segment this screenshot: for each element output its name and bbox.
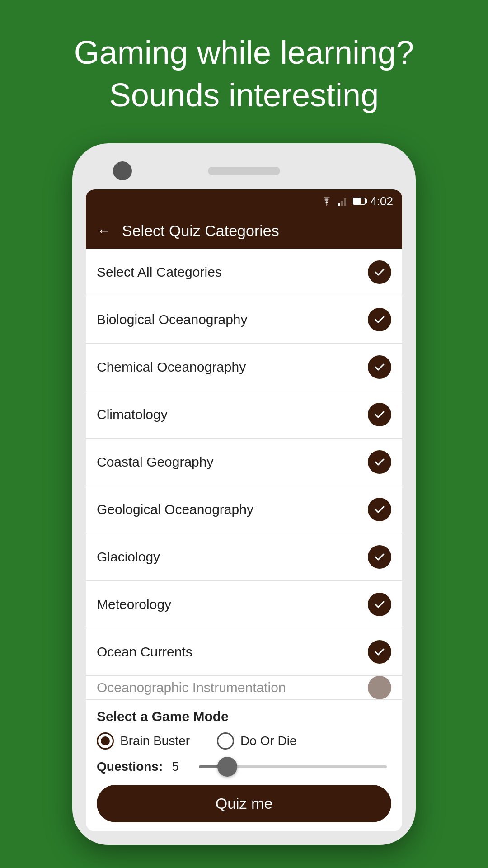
checkmark-ocean-currents bbox=[368, 640, 391, 664]
categories-list: Select All Categories Biological Oceanog… bbox=[86, 249, 402, 699]
category-label-select-all: Select All Categories bbox=[97, 264, 222, 280]
status-icons: 4:02 bbox=[320, 194, 393, 208]
category-item-chemical[interactable]: Chemical Oceanography bbox=[86, 344, 402, 391]
game-mode-radio-group: Brain Buster Do Or Die bbox=[97, 732, 391, 750]
checkmark-biological bbox=[368, 308, 391, 331]
promo-line2: Sounds interesting bbox=[74, 74, 414, 117]
category-label-meteorology: Meteorology bbox=[97, 597, 171, 612]
radio-label-brain-buster: Brain Buster bbox=[120, 734, 190, 748]
svg-rect-2 bbox=[344, 198, 346, 206]
category-item-coastal[interactable]: Coastal Geography bbox=[86, 439, 402, 486]
category-label-glaciology: Glaciology bbox=[97, 549, 160, 565]
back-button[interactable]: ← bbox=[97, 222, 111, 239]
status-time: 4:02 bbox=[370, 194, 393, 208]
category-label-geological: Geological Oceanography bbox=[97, 502, 253, 517]
category-item-geological[interactable]: Geological Oceanography bbox=[86, 486, 402, 533]
phone-notch bbox=[86, 157, 402, 189]
questions-value: 5 bbox=[172, 760, 185, 774]
checkmark-coastal bbox=[368, 450, 391, 474]
questions-slider[interactable] bbox=[199, 765, 387, 768]
phone-frame: 4:02 ← Select Quiz Categories Select All… bbox=[72, 143, 416, 845]
svg-rect-3 bbox=[338, 203, 340, 206]
quiz-me-button[interactable]: Quiz me bbox=[97, 785, 391, 822]
questions-row: Questions: 5 bbox=[97, 760, 391, 774]
front-camera bbox=[113, 161, 132, 180]
speaker-grille bbox=[208, 167, 280, 175]
category-label-climatology: Climatology bbox=[97, 407, 168, 422]
category-label-ocean-currents: Ocean Currents bbox=[97, 644, 192, 660]
battery-icon bbox=[353, 198, 366, 205]
promo-line1: Gaming while learning? bbox=[74, 32, 414, 74]
svg-rect-1 bbox=[341, 201, 343, 206]
questions-label: Questions: bbox=[97, 760, 163, 774]
wifi-icon bbox=[320, 197, 333, 206]
category-label-biological: Biological Oceanography bbox=[97, 312, 248, 327]
category-label-partial: Oceanographic Instrumentation bbox=[97, 680, 286, 695]
radio-outer-brain-buster bbox=[97, 732, 114, 750]
bottom-section: Select a Game Mode Brain Buster Do Or Di… bbox=[86, 699, 402, 831]
checkmark-geological bbox=[368, 498, 391, 521]
category-label-chemical: Chemical Oceanography bbox=[97, 359, 246, 375]
signal-icon bbox=[338, 197, 348, 206]
game-mode-title: Select a Game Mode bbox=[97, 709, 391, 724]
category-item-biological[interactable]: Biological Oceanography bbox=[86, 296, 402, 344]
slider-thumb[interactable] bbox=[217, 757, 237, 777]
checkmark-select-all bbox=[368, 260, 391, 284]
category-label-coastal: Coastal Geography bbox=[97, 454, 214, 470]
category-item-select-all[interactable]: Select All Categories bbox=[86, 249, 402, 296]
radio-inner-brain-buster bbox=[101, 736, 110, 745]
checkmark-meteorology bbox=[368, 593, 391, 616]
app-bar-title: Select Quiz Categories bbox=[122, 222, 279, 240]
category-item-meteorology[interactable]: Meteorology bbox=[86, 581, 402, 628]
radio-label-do-or-die: Do Or Die bbox=[240, 734, 296, 748]
radio-do-or-die[interactable]: Do Or Die bbox=[217, 732, 296, 750]
checkmark-partial bbox=[368, 676, 391, 699]
checkmark-chemical bbox=[368, 355, 391, 379]
radio-outer-do-or-die bbox=[217, 732, 234, 750]
category-item-ocean-currents[interactable]: Ocean Currents bbox=[86, 628, 402, 676]
checkmark-glaciology bbox=[368, 545, 391, 569]
phone-screen: 4:02 ← Select Quiz Categories Select All… bbox=[86, 189, 402, 831]
promo-text: Gaming while learning? Sounds interestin… bbox=[74, 32, 414, 116]
category-item-climatology[interactable]: Climatology bbox=[86, 391, 402, 439]
category-item-glaciology[interactable]: Glaciology bbox=[86, 533, 402, 581]
category-item-partial[interactable]: Oceanographic Instrumentation bbox=[86, 676, 402, 699]
checkmark-climatology bbox=[368, 403, 391, 426]
app-bar: ← Select Quiz Categories bbox=[86, 213, 402, 249]
status-bar: 4:02 bbox=[86, 189, 402, 213]
radio-brain-buster[interactable]: Brain Buster bbox=[97, 732, 190, 750]
